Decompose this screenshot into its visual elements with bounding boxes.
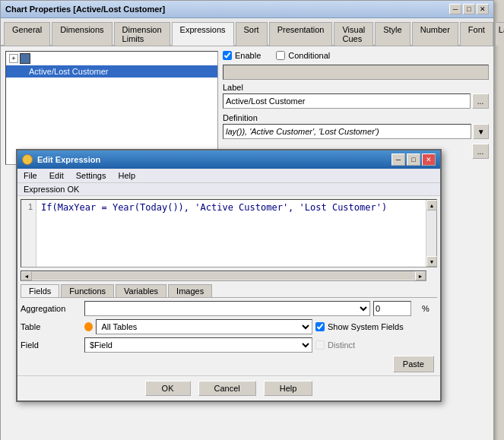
dialog-cancel-button[interactable]: Cancel — [198, 381, 256, 396]
dialog-title-buttons: ─ □ ✕ — [391, 154, 436, 166]
aggregation-row: Aggregation % — [21, 301, 437, 316]
dialog-title-text: Edit Expression — [22, 154, 100, 165]
tab-number[interactable]: Number — [412, 22, 458, 46]
conditional-checkbox-row: Conditional — [276, 51, 330, 60]
aggregation-label: Aggregation — [21, 304, 81, 313]
percent-label: % — [422, 304, 437, 313]
table-label: Table — [21, 322, 81, 331]
conditional-label: Conditional — [288, 51, 330, 60]
aggregation-number[interactable] — [373, 301, 411, 316]
tree-item-label: Active/Lost Customer — [29, 67, 109, 76]
label-input[interactable] — [223, 93, 471, 109]
dialog-help-button[interactable]: Help — [264, 381, 313, 396]
label-input-group: ... — [223, 93, 489, 109]
field-label: Field — [21, 340, 81, 350]
enable-row: Enable Conditional — [223, 51, 489, 60]
fields-tab-variables[interactable]: Variables — [116, 284, 166, 297]
main-window: Chart Properties [Active/Lost Customer] … — [0, 0, 494, 440]
scroll-left-btn[interactable]: ◄ — [21, 271, 32, 280]
status-text: Expression OK — [24, 185, 79, 194]
scroll-right-btn[interactable]: ► — [415, 271, 426, 280]
dialog-title-label: Edit Expression — [37, 155, 100, 164]
scroll-up-btn[interactable]: ▲ — [426, 200, 437, 211]
dialog-menu: File Edit Settings Help — [17, 169, 440, 183]
expression-icon — [20, 53, 30, 64]
conditional-checkbox[interactable] — [276, 51, 285, 60]
dialog-maximize-btn[interactable]: □ — [407, 154, 420, 166]
tab-general[interactable]: General — [4, 22, 50, 46]
enable-label: Enable — [235, 51, 261, 60]
tab-style[interactable]: Style — [375, 22, 410, 46]
dialog-title-bar: Edit Expression ─ □ ✕ — [17, 150, 440, 169]
label-btn[interactable]: ... — [472, 93, 489, 109]
table-row: Table All Tables Show System Fields — [21, 319, 437, 334]
aggregation-select[interactable] — [84, 301, 370, 316]
code-editor[interactable]: 1 If(MaxYear = Year(Today()), 'Active Cu… — [21, 199, 437, 267]
status-bar: Expression OK — [17, 183, 440, 196]
tab-dimensions[interactable]: Dimensions — [52, 22, 112, 46]
table-select[interactable]: All Tables — [96, 319, 312, 334]
edit-expression-dialog: Edit Expression ─ □ ✕ File Edit Settings… — [16, 149, 442, 402]
more-options-btn[interactable]: ... — [472, 144, 489, 159]
title-bar: Chart Properties [Active/Lost Customer] … — [1, 1, 493, 18]
fields-tab-images[interactable]: Images — [168, 284, 212, 297]
close-button[interactable]: ✕ — [477, 4, 489, 14]
label-field-row: Label ... — [223, 83, 489, 109]
fields-tab-functions[interactable]: Functions — [61, 284, 114, 297]
tree-root: + — [6, 52, 217, 65]
tab-presentation[interactable]: Presentation — [269, 22, 333, 46]
show-system-checkbox-label: Show System Fields — [315, 322, 437, 331]
dialog-footer: OK Cancel Help — [17, 375, 440, 400]
dialog-ok-button[interactable]: OK — [145, 381, 191, 396]
paste-button[interactable]: Paste — [393, 356, 434, 372]
paste-row: Paste — [21, 356, 437, 372]
menu-edit[interactable]: Edit — [48, 170, 65, 181]
tab-dimension-limits[interactable]: Dimension Limits — [114, 22, 170, 46]
distinct-checkbox[interactable] — [315, 340, 325, 350]
menu-file[interactable]: File — [22, 170, 39, 181]
definition-label: Definition — [223, 113, 489, 122]
line-number-1: 1 — [24, 202, 33, 211]
table-indicator-icon — [84, 322, 93, 331]
field-row: Field $Field Distinct — [21, 337, 437, 353]
expression-tree[interactable]: + Active/Lost Customer — [5, 51, 218, 165]
dialog-close-btn[interactable]: ✕ — [422, 154, 436, 166]
scroll-down-btn[interactable]: ▼ — [426, 256, 437, 267]
menu-settings[interactable]: Settings — [74, 170, 108, 181]
tab-more[interactable]: La... — [495, 22, 504, 46]
code-text: If(MaxYear = Year(Today()), 'Active Cust… — [41, 202, 387, 213]
tab-expressions[interactable]: Expressions — [172, 22, 234, 46]
definition-btn[interactable]: ▼ — [473, 124, 489, 139]
enable-checkbox-row: Enable — [223, 51, 261, 60]
tab-font[interactable]: Font — [460, 22, 493, 46]
fields-tab-fields[interactable]: Fields — [21, 284, 59, 297]
show-system-checkbox[interactable] — [315, 322, 325, 331]
enable-checkbox[interactable] — [223, 51, 232, 60]
tab-sort[interactable]: Sort — [236, 22, 268, 46]
dialog-minimize-btn[interactable]: ─ — [391, 154, 405, 166]
window-title: Chart Properties [Active/Lost Customer] — [5, 5, 165, 14]
bg-color-input[interactable] — [223, 65, 489, 80]
distinct-checkbox-label: Distinct — [315, 340, 437, 350]
code-content[interactable]: If(MaxYear = Year(Today()), 'Active Cust… — [36, 200, 426, 267]
tree-expand-icon[interactable]: + — [9, 54, 18, 63]
definition-input[interactable] — [223, 124, 471, 139]
tab-visual-cues[interactable]: Visual Cues — [334, 22, 373, 46]
right-panel: Enable Conditional Label ... — [223, 51, 489, 165]
vertical-scrollbar[interactable]: ▲ ▼ — [426, 200, 436, 267]
distinct-label: Distinct — [328, 340, 355, 350]
tab-bar: General Dimensions Dimension Limits Expr… — [1, 18, 493, 46]
definition-field-row: Definition ▼ — [223, 113, 489, 139]
tree-item-selected[interactable]: Active/Lost Customer — [6, 65, 217, 78]
horizontal-scrollbar[interactable]: ◄ ► — [21, 271, 426, 281]
table-select-group: All Tables — [84, 319, 312, 334]
fields-tabs: Fields Functions Variables Images — [21, 284, 437, 298]
fields-panel: Aggregation % Table All Tables — [17, 298, 440, 375]
dialog-icon — [22, 154, 33, 165]
minimize-button[interactable]: ─ — [449, 4, 461, 14]
field-select[interactable]: $Field — [84, 337, 312, 353]
menu-help[interactable]: Help — [116, 170, 137, 181]
maximize-button[interactable]: □ — [463, 4, 475, 14]
definition-input-group: ▼ — [223, 124, 489, 139]
line-numbers: 1 — [21, 200, 36, 267]
